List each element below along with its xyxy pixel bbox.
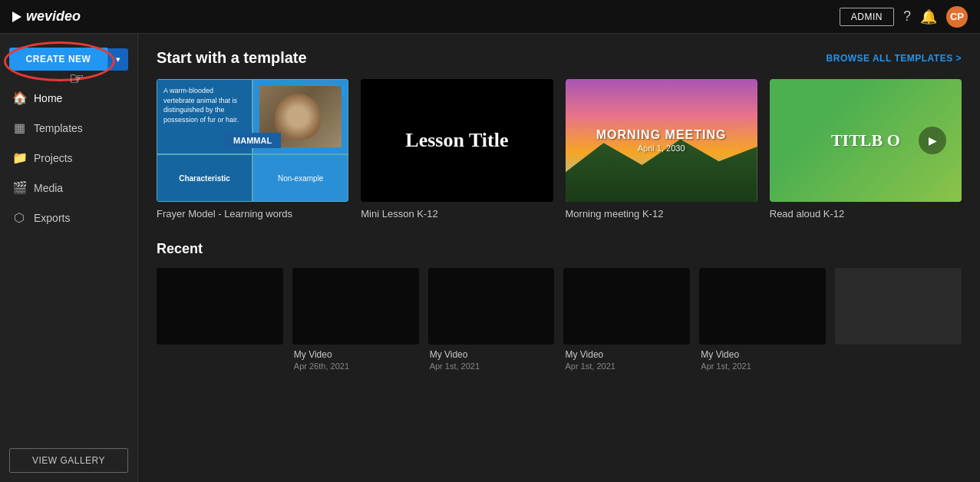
recent-thumb-5 [699,268,826,345]
frayer-cell-non-example: Non-example [252,154,348,202]
mini-lesson-thumb: Lesson Title [361,79,553,202]
templates-section-header: Start with a template BROWSE ALL TEMPLAT… [157,49,962,67]
home-icon: 🏠 [12,91,26,105]
mini-lesson-title-text: Lesson Title [405,129,508,152]
recent-info-5: My Video Apr 1st, 2021 [699,349,826,371]
sidebar-item-media[interactable]: 🎬 Media [0,173,137,203]
logo-play-icon [12,12,21,22]
recent-info-3: My Video Apr 1st, 2021 [428,349,555,371]
morning-meeting-date: April 1, 2030 [596,144,727,153]
recent-card-4[interactable]: My Video Apr 1st, 2021 [563,268,690,371]
mini-lesson-preview: Lesson Title [361,79,553,202]
view-gallery-button[interactable]: VIEW GALLERY [9,448,128,473]
media-icon: 🎬 [12,180,26,195]
recent-thumb-2 [292,268,419,345]
recent-name-5: My Video [701,349,824,360]
morning-meeting-title: MORNING MEETING [596,128,727,142]
sidebar-item-media-label: Media [34,182,63,194]
sidebar-bottom: VIEW GALLERY [0,439,137,482]
templates-icon: ▦ [12,121,26,135]
templates-grid: A warm-blooded vertebrate animal that is… [157,79,962,220]
admin-button[interactable]: ADMIN [840,8,894,26]
create-new-button[interactable]: CREATE NEW [9,48,107,71]
header-right: ADMIN ? 🔔 CP [840,6,968,28]
sidebar-item-exports[interactable]: ⬡ Exports [0,203,137,233]
header: wevideo ADMIN ? 🔔 CP [0,0,980,34]
recent-card-1[interactable] [157,268,283,371]
sidebar-item-home[interactable]: 🏠 Home [0,83,137,113]
mini-lesson-label: Mini Lesson K-12 [361,208,553,220]
sidebar: CREATE NEW ▾ ☞ 🏠 Home ▦ Templates 📁 Proj… [0,34,138,482]
sidebar-item-templates[interactable]: ▦ Templates [0,113,137,143]
main-layout: CREATE NEW ▾ ☞ 🏠 Home ▦ Templates 📁 Proj… [0,34,980,482]
frayer-model-thumb: A warm-blooded vertebrate animal that is… [157,79,348,202]
frayer-center-label: MAMMAL [224,133,281,148]
recent-info-4: My Video Apr 1st, 2021 [563,349,690,371]
recent-grid: My Video Apr 26th, 2021 My Video Apr 1st… [157,268,962,371]
recent-thumb-3 [428,268,555,345]
sidebar-item-templates-label: Templates [34,122,83,134]
frayer-cell-characteristic: Characteristic [157,154,252,202]
template-card-mini-lesson[interactable]: Lesson Title Mini Lesson K-12 [361,79,553,220]
recent-card-6[interactable] [835,268,962,371]
sidebar-item-home-label: Home [34,92,62,104]
logo-text: wevideo [26,8,81,25]
recent-name-3: My Video [430,349,553,360]
exports-icon: ⬡ [12,210,26,225]
read-aloud-label: Read aloud K-12 [770,208,962,220]
sidebar-item-projects[interactable]: 📁 Projects [0,143,137,173]
templates-section-title: Start with a template [157,49,307,67]
avatar[interactable]: CP [946,6,968,28]
recent-section-title: Recent [157,241,962,257]
recent-card-5[interactable]: My Video Apr 1st, 2021 [699,268,826,371]
read-aloud-play-icon: ▶ [919,127,946,154]
template-card-morning-meeting[interactable]: MORNING MEETING April 1, 2030 Morning me… [566,79,757,220]
recent-name-2: My Video [294,349,417,360]
content-area: Start with a template BROWSE ALL TEMPLAT… [138,34,980,482]
frayer-definition-text: A warm-blooded vertebrate animal that is… [163,86,246,124]
frayer-model-label: Frayer Model - Learning words [157,208,348,220]
read-aloud-thumb: TITLB O ▶ [770,79,962,202]
browse-all-templates-link[interactable]: BROWSE ALL TEMPLATES > [827,53,962,64]
morning-meeting-label: Morning meeting K-12 [566,208,757,220]
notification-icon[interactable]: 🔔 [920,8,937,25]
read-aloud-title: TITLB O [831,130,900,150]
recent-date-4: Apr 1st, 2021 [565,362,688,371]
sidebar-item-exports-label: Exports [34,212,70,224]
logo[interactable]: wevideo [12,8,81,25]
template-card-read-aloud[interactable]: TITLB O ▶ Read aloud K-12 [770,79,962,220]
recent-card-2[interactable]: My Video Apr 26th, 2021 [292,268,419,371]
recent-thumb-6 [835,268,962,345]
help-icon[interactable]: ? [903,8,911,25]
recent-info-2: My Video Apr 26th, 2021 [292,349,419,371]
create-new-wrapper: CREATE NEW ▾ ☞ [0,41,137,83]
frayer-non-example-text: Non-example [278,174,323,183]
header-left: wevideo [12,8,81,25]
projects-icon: 📁 [12,150,26,165]
recent-thumb-1 [157,268,283,345]
frayer-model-preview: A warm-blooded vertebrate animal that is… [157,79,348,202]
morning-meeting-text: MORNING MEETING April 1, 2030 [596,128,727,153]
frayer-characteristic-text: Characteristic [179,174,230,183]
morning-meeting-thumb: MORNING MEETING April 1, 2030 [566,79,757,202]
template-card-frayer-model[interactable]: A warm-blooded vertebrate animal that is… [157,79,348,220]
create-new-dropdown-button[interactable]: ▾ [107,48,128,71]
read-aloud-preview: TITLB O ▶ [770,79,962,202]
recent-card-3[interactable]: My Video Apr 1st, 2021 [428,268,555,371]
recent-thumb-4 [563,268,690,345]
recent-date-3: Apr 1st, 2021 [430,362,553,371]
recent-name-4: My Video [565,349,688,360]
recent-date-2: Apr 26th, 2021 [294,362,417,371]
morning-meeting-preview: MORNING MEETING April 1, 2030 [566,79,757,202]
sidebar-item-projects-label: Projects [34,152,73,164]
recent-date-5: Apr 1st, 2021 [701,362,824,371]
